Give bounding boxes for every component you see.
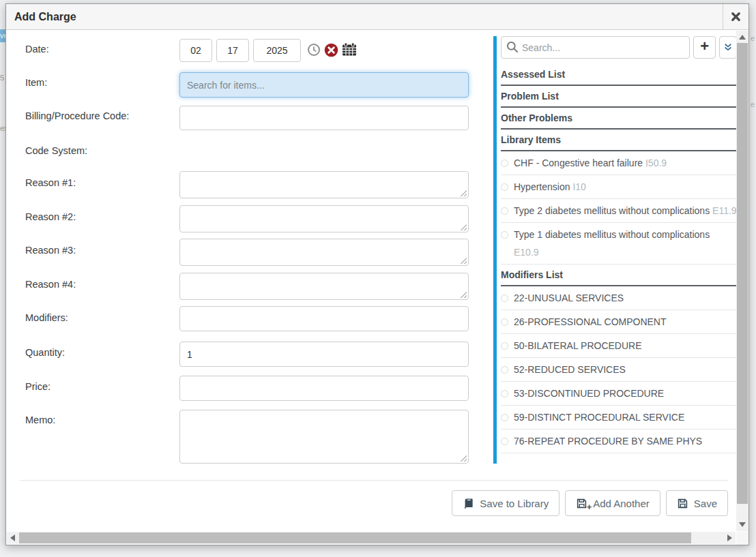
list-item[interactable]: 52-REDUCED SERVICES (501, 358, 737, 382)
list-item[interactable]: 53-DISCONTINUED PROCEDURE (501, 382, 737, 406)
list-item[interactable]: Type 1 diabetes mellitus without complic… (501, 223, 737, 265)
list-item-code: E10.9 (514, 247, 539, 258)
scroll-up-arrow-icon[interactable] (739, 35, 746, 40)
quantity-input[interactable] (179, 342, 469, 367)
item-label: Item: (25, 77, 47, 88)
charge-library-panel: + Assessed List Problem List Other Probl… (493, 36, 737, 464)
dialog-titlebar: Add Charge (6, 4, 748, 30)
resize-grip-icon[interactable] (460, 455, 467, 462)
save-to-library-label: Save to Library (480, 498, 549, 509)
radio-circle-icon (501, 438, 508, 445)
horizontal-scrollbar[interactable] (7, 532, 736, 544)
list-item-label: 22-UNUSUAL SERVICES (514, 292, 624, 303)
close-button[interactable] (723, 4, 748, 29)
double-chevron-down-icon (723, 42, 733, 52)
panel-section-header: Assessed List (501, 64, 737, 86)
billing-code-label: Billing/Procedure Code: (25, 110, 129, 121)
memo-textarea[interactable] (179, 410, 469, 464)
vertical-scrollbar-thumb[interactable] (737, 43, 748, 504)
scrollbar-corner (736, 532, 748, 545)
list-item[interactable]: 22-UNUSUAL SERVICES (501, 286, 737, 310)
date-year-input[interactable] (253, 39, 301, 62)
horizontal-scrollbar-thumb[interactable] (19, 532, 691, 543)
resize-grip-icon[interactable] (460, 224, 467, 230)
scroll-left-arrow-icon[interactable] (10, 535, 15, 541)
clear-date-icon[interactable] (324, 43, 339, 58)
radio-circle-icon (501, 414, 508, 421)
list-item[interactable]: 59-DISTINCT PROCEDURAL SERVICE (501, 406, 737, 430)
list-item-label: Type 2 diabetes mellitus without complic… (514, 205, 710, 216)
radio-circle-icon (501, 207, 508, 215)
billing-code-input[interactable] (179, 106, 469, 130)
radio-circle-icon (501, 160, 508, 167)
close-icon (731, 12, 741, 22)
list-item[interactable]: 50-BILATERAL PROCEDURE (501, 334, 737, 358)
reason-2-label: Reason #2: (25, 211, 76, 222)
date-day-input[interactable] (216, 39, 249, 62)
reason-1-label: Reason #1: (25, 177, 76, 188)
panel-section-header: Modifiers List (501, 265, 737, 286)
save-plus-icon: + (576, 498, 587, 509)
list-item[interactable]: Type 2 diabetes mellitus without complic… (501, 199, 737, 223)
panel-section-header: Other Problems (501, 108, 737, 130)
panel-section-header: Library Items (501, 130, 737, 151)
add-item-button[interactable]: + (693, 36, 716, 59)
price-input[interactable] (179, 376, 469, 401)
radio-circle-icon (501, 342, 508, 350)
footer-divider (20, 480, 728, 481)
plus-icon: + (700, 37, 709, 55)
add-another-button[interactable]: + Add Another (565, 490, 660, 516)
list-item-code: I10 (572, 181, 585, 192)
scroll-right-arrow-icon[interactable] (727, 535, 732, 541)
date-month-input[interactable] (179, 39, 212, 62)
list-item-label: 53-DISCONTINUED PROCEDURE (514, 388, 664, 399)
code-system-label: Code System: (25, 145, 87, 156)
item-search-input[interactable] (179, 72, 469, 97)
reason-3-textarea[interactable] (179, 239, 469, 266)
list-item-label: CHF - Congestive heart failure (514, 157, 643, 168)
background-fragment: 5 (0, 74, 4, 82)
list-item-label: 59-DISTINCT PROCEDURAL SERVICE (514, 412, 684, 423)
resize-grip-icon[interactable] (460, 257, 467, 264)
list-item-code: E11.9 (712, 205, 737, 216)
list-item-label: 50-BILATERAL PROCEDURE (514, 340, 642, 351)
reason-4-textarea[interactable] (179, 273, 469, 300)
reason-2-textarea[interactable] (179, 205, 469, 232)
quantity-label: Quantity: (25, 347, 65, 358)
list-item[interactable]: 26-PROFESSIONAL COMPONENT (501, 310, 737, 334)
calendar-icon[interactable] (342, 42, 357, 57)
list-item[interactable]: Hypertension I10 (501, 175, 737, 199)
list-item[interactable]: CHF - Congestive heart failure I50.9 (501, 151, 737, 175)
modifiers-label: Modifiers: (25, 312, 68, 323)
time-icon[interactable] (307, 43, 322, 58)
save-button[interactable]: Save (666, 490, 728, 516)
resize-grip-icon[interactable] (460, 190, 467, 196)
price-label: Price: (25, 381, 50, 392)
reason-1-textarea[interactable] (179, 171, 469, 198)
save-to-library-button[interactable]: Save to Library (452, 490, 559, 516)
list-item-label: Hypertension (514, 181, 570, 192)
list-item[interactable]: 76-REPEAT PROCEDURE BY SAME PHYS (501, 430, 737, 453)
collapse-panel-button[interactable] (719, 36, 737, 59)
vertical-scrollbar[interactable] (736, 31, 748, 531)
radio-circle-icon (501, 295, 508, 302)
reason-4-label: Reason #4: (25, 279, 76, 290)
panel-section-header: Problem List (501, 86, 737, 108)
footer-actions: Save to Library + Add Another Save (452, 490, 728, 516)
scroll-down-arrow-icon[interactable] (739, 522, 746, 527)
radio-circle-icon (501, 183, 508, 191)
list-item-label: 26-PROFESSIONAL COMPONENT (514, 316, 667, 327)
panel-section-list: Assessed List Problem List Other Problem… (501, 64, 737, 453)
save-icon (677, 498, 688, 509)
memo-label: Memo: (25, 415, 55, 425)
add-charge-dialog: Add Charge Date: Item: Billing/Procedure… (5, 3, 749, 545)
panel-search-input[interactable] (501, 36, 690, 59)
radio-circle-icon (501, 366, 508, 374)
background-fragment: e (751, 34, 755, 42)
modifiers-input[interactable] (179, 306, 469, 331)
radio-circle-icon (501, 231, 508, 239)
add-another-label: Add Another (593, 498, 650, 509)
resize-grip-icon[interactable] (460, 291, 467, 298)
date-label: Date: (25, 44, 49, 55)
save-label: Save (694, 498, 717, 509)
